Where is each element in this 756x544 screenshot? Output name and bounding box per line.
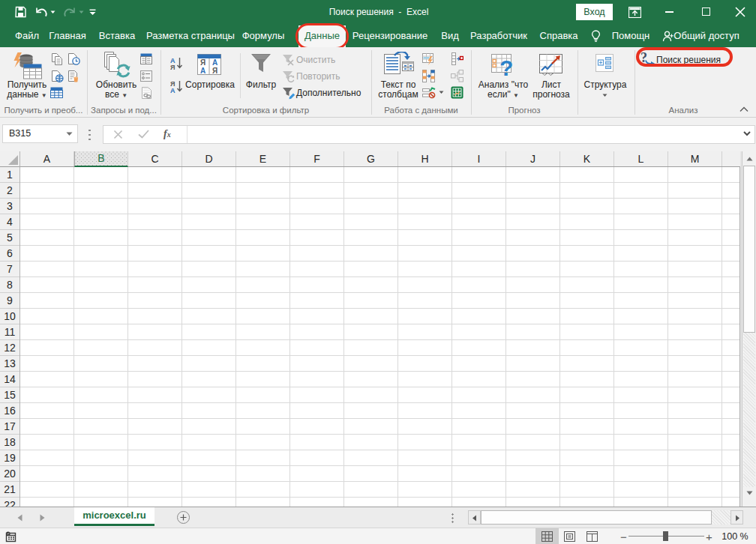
svg-text:Я: Я — [200, 58, 206, 67]
svg-text:А: А — [212, 58, 218, 67]
svg-text:?: ? — [500, 55, 513, 78]
svg-text:Я: Я — [212, 67, 218, 75]
svg-text:А: А — [200, 67, 206, 75]
svg-text:Я: Я — [170, 64, 175, 70]
svg-text:А: А — [170, 87, 176, 94]
